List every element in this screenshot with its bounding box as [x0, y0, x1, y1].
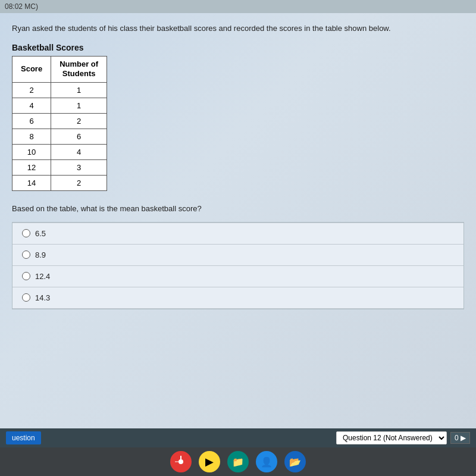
radio-c: [22, 272, 30, 280]
table-row: 142: [12, 176, 107, 191]
answer-label-a: 6.5: [35, 229, 46, 238]
table-row: 104: [12, 145, 107, 160]
answer-label-d: 14.3: [35, 293, 50, 302]
top-bar: 08:02 MC): [0, 0, 476, 13]
answer-option-d[interactable]: 14.3: [12, 287, 464, 309]
radio-d: [22, 293, 30, 302]
mean-question-text: Based on the table, what is the mean bas…: [12, 203, 464, 215]
table-row: 123: [12, 160, 107, 176]
table-row: 86: [12, 129, 107, 145]
files-icon[interactable]: 📁: [227, 451, 249, 472]
answer-option-c[interactable]: 12.4: [12, 266, 464, 287]
svg-point-1: [178, 459, 183, 464]
table-row: 21: [12, 83, 107, 98]
prev-question-button[interactable]: uestion: [6, 431, 41, 444]
table-row: 62: [12, 114, 107, 129]
question-nav: Question 12 (Not Answered) 0 ▶: [336, 431, 470, 444]
radio-b: [22, 250, 30, 259]
score-cell: 14: [12, 176, 51, 191]
col-header-students: Number ofStudents: [51, 56, 107, 83]
students-cell: 6: [51, 129, 107, 145]
table-row: 41: [12, 98, 107, 114]
answer-label-c: 12.4: [35, 272, 50, 281]
students-cell: 3: [51, 160, 107, 176]
question-nav-select[interactable]: Question 12 (Not Answered): [336, 431, 447, 444]
answer-label-b: 8.9: [35, 250, 46, 259]
question-text: Ryan asked the students of his class the…: [12, 23, 464, 35]
table-title: Basketball Scores: [12, 43, 464, 52]
score-cell: 10: [12, 145, 51, 160]
students-cell: 2: [51, 114, 107, 129]
bottom-bar: uestion Question 12 (Not Answered) 0 ▶: [0, 428, 476, 447]
answer-option-a[interactable]: 6.5: [12, 223, 464, 245]
taskbar: ▶ 📁 👤 📂: [0, 447, 476, 476]
prev-button-label: uestion: [12, 434, 35, 442]
basketball-scores-table: Score Number ofStudents 21 41 62 86 104 …: [12, 56, 107, 192]
main-content: Ryan asked the students of his class the…: [0, 13, 476, 430]
score-cell: 4: [12, 98, 51, 114]
answer-option-b[interactable]: 8.9: [12, 245, 464, 266]
students-cell: 1: [51, 83, 107, 98]
score-cell: 12: [12, 160, 51, 176]
col-header-score: Score: [12, 56, 51, 83]
radio-a: [22, 229, 30, 237]
score-cell: 8: [12, 129, 51, 145]
nav-arrow-button[interactable]: 0 ▶: [450, 432, 470, 444]
people-icon[interactable]: 👤: [256, 451, 277, 472]
students-cell: 2: [51, 176, 107, 191]
chrome-icon[interactable]: [170, 451, 192, 472]
youtube-icon[interactable]: ▶: [199, 451, 220, 472]
folder-icon[interactable]: 📂: [284, 451, 306, 472]
score-cell: 2: [12, 83, 51, 98]
students-cell: 1: [51, 98, 107, 114]
time-display: 08:02 MC): [5, 2, 38, 11]
answers-container: 6.5 8.9 12.4 14.3: [12, 222, 464, 309]
students-cell: 4: [51, 145, 107, 160]
score-cell: 6: [12, 114, 51, 129]
